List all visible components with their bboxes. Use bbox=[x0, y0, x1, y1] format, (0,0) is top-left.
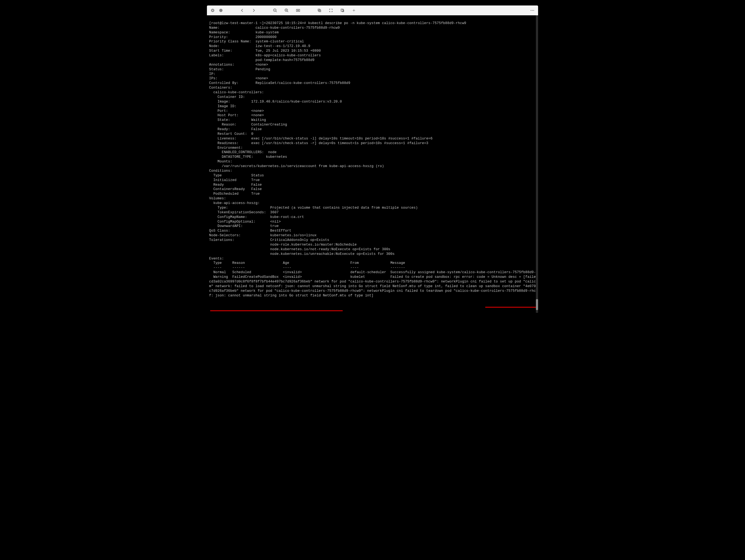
field-value: node bbox=[268, 150, 277, 154]
fit-width-icon[interactable] bbox=[295, 7, 301, 13]
field-value: exec [/usr/bin/check-status -r] delay=0s… bbox=[251, 141, 428, 145]
field-value: 2000000000 bbox=[255, 35, 277, 39]
field-value: <none> bbox=[255, 63, 268, 67]
event-age: <invalid> bbox=[283, 271, 302, 274]
sparkle-icon[interactable] bbox=[351, 7, 357, 13]
field-label: State: bbox=[218, 118, 230, 122]
field-label: Annotations: bbox=[209, 63, 234, 67]
section-header: Containers: bbox=[209, 86, 232, 90]
scrollbar-thumb[interactable] bbox=[536, 299, 538, 310]
field-value: 0 bbox=[251, 132, 254, 136]
event-from: default-scheduler bbox=[350, 271, 386, 274]
event-message: m" network: failed to load netconf: json… bbox=[209, 284, 538, 288]
field-value: True bbox=[251, 192, 260, 196]
event-message: cd3a02ca36997d0c8f6f8f8f7bfb44e497bc7d92… bbox=[209, 280, 538, 284]
terminal-output[interactable]: [root@lzw-test-master-1 ~]<20230725 10:1… bbox=[207, 15, 538, 313]
divider: ---- bbox=[213, 266, 222, 270]
field-value: /var/run/secrets/kubernetes.io/serviceac… bbox=[222, 164, 384, 168]
field-value: 3607 bbox=[270, 211, 279, 214]
copy-icon[interactable] bbox=[316, 7, 322, 13]
back-icon[interactable] bbox=[239, 7, 245, 13]
field-label: Name: bbox=[209, 26, 220, 30]
terminal-window: [root@lzw-test-master-1 ~]<20230725 10:1… bbox=[207, 5, 538, 313]
zoom-in-icon[interactable] bbox=[284, 7, 290, 13]
field-label: Ready bbox=[213, 183, 224, 187]
field-value: ContainerCreating bbox=[251, 123, 287, 127]
event-message: f: json: cannot unmarshal string into Go… bbox=[209, 294, 374, 298]
col-header: Type bbox=[213, 261, 222, 265]
field-label: Start Time: bbox=[209, 49, 232, 53]
field-label: QoS Class: bbox=[209, 229, 230, 233]
field-label: Node-Selectors: bbox=[209, 234, 241, 237]
field-label: Container ID: bbox=[218, 95, 245, 99]
volume-name: kube-api-access-hxszg: bbox=[213, 201, 259, 205]
field-label: Status: bbox=[209, 68, 224, 71]
field-label: Host Port: bbox=[218, 113, 239, 117]
event-reason: FailedCreatePodSandBox bbox=[232, 275, 279, 279]
field-label: Environment: bbox=[218, 146, 243, 150]
container-name: calico-kube-controllers: bbox=[213, 91, 264, 94]
forward-icon[interactable] bbox=[251, 7, 257, 13]
field-value: False bbox=[251, 128, 262, 131]
field-value: <none> bbox=[255, 77, 268, 80]
field-label: Image: bbox=[218, 100, 230, 104]
field-label: Labels: bbox=[209, 54, 224, 58]
event-type: Warning bbox=[213, 275, 228, 279]
toolbar bbox=[207, 5, 538, 15]
svg-point-8 bbox=[531, 10, 531, 11]
section-header: Events: bbox=[209, 257, 224, 260]
col-header: Type bbox=[213, 174, 222, 177]
field-value: k8s-app=calico-kube-controllers bbox=[255, 54, 321, 58]
scrollbar-track[interactable] bbox=[536, 15, 538, 313]
field-label: Mounts: bbox=[218, 160, 232, 164]
field-value: False bbox=[251, 183, 262, 187]
close-icon[interactable] bbox=[209, 7, 216, 13]
event-type: Normal bbox=[213, 271, 226, 274]
svg-point-10 bbox=[533, 10, 534, 11]
more-icon[interactable] bbox=[529, 7, 536, 13]
field-label: ENABLED_CONTROLLERS: bbox=[222, 150, 264, 154]
field-value: Tue, 25 Jul 2023 10:15:53 +0800 bbox=[255, 49, 321, 53]
field-value: node.kubernetes.io/unreachable:NoExecute… bbox=[270, 252, 394, 256]
field-value: calico-kube-controllers-7575fb88d9-rhcw9 bbox=[255, 26, 339, 30]
field-value: lzw-test--es-1/172.19.40.9 bbox=[255, 44, 310, 48]
stop-icon[interactable] bbox=[218, 7, 224, 13]
field-label: Liveness: bbox=[218, 137, 236, 141]
field-label: ContainersReady bbox=[213, 187, 245, 191]
section-header: Conditions: bbox=[209, 169, 232, 173]
field-value: <none> bbox=[251, 109, 264, 113]
field-value: node.kubernetes.io/not-ready:NoExecute o… bbox=[270, 247, 390, 251]
divider: ------- bbox=[390, 266, 405, 270]
zoom-out-icon[interactable] bbox=[272, 7, 278, 13]
window-icon[interactable] bbox=[339, 7, 346, 13]
command-prompt: [root@lzw-test-master-1 ~]<20230725 10:1… bbox=[209, 21, 466, 25]
field-label: ConfigMapOptional: bbox=[218, 220, 256, 224]
field-label: Priority Class Name: bbox=[209, 40, 251, 43]
field-label: Namespace: bbox=[209, 31, 230, 34]
field-value: true bbox=[270, 224, 279, 228]
col-header: Status bbox=[251, 174, 264, 177]
field-value: ReplicaSet/calico-kube-controllers-7575f… bbox=[255, 81, 350, 85]
field-value: <nil> bbox=[270, 220, 281, 224]
field-value: <none> bbox=[251, 113, 264, 117]
svg-point-1 bbox=[219, 9, 223, 12]
divider: ---- bbox=[350, 266, 359, 270]
field-value: BestEffort bbox=[270, 229, 291, 233]
field-label: DATASTORE_TYPE: bbox=[222, 155, 254, 159]
field-label: ConfigMapName: bbox=[218, 215, 247, 219]
event-message: Failed to create pod sandbox: rpc error:… bbox=[390, 275, 538, 279]
field-value: False bbox=[251, 187, 262, 191]
col-header: Message bbox=[390, 261, 405, 265]
col-header: Age bbox=[283, 261, 289, 265]
divider: ---- bbox=[283, 266, 291, 270]
fullscreen-icon[interactable] bbox=[328, 7, 334, 13]
field-value: Waiting bbox=[251, 118, 266, 122]
field-label: Ready: bbox=[218, 128, 230, 131]
highlight-underline bbox=[485, 307, 537, 308]
field-label: Node: bbox=[209, 44, 220, 48]
field-value: Pending bbox=[255, 68, 270, 71]
field-label: Tolerations: bbox=[209, 238, 234, 242]
field-label: IPs: bbox=[209, 77, 218, 80]
svg-point-9 bbox=[532, 10, 533, 11]
section-header: Volumes: bbox=[209, 197, 226, 201]
